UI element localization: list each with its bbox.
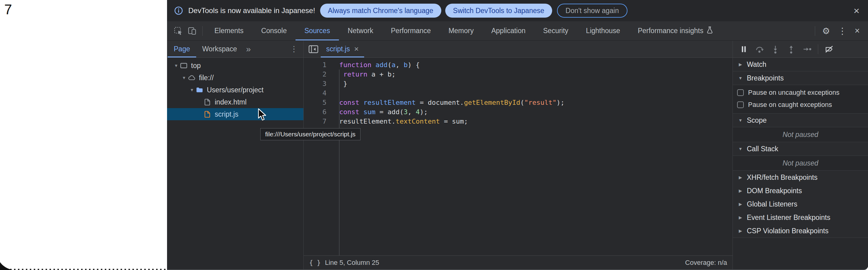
section-breakpoints[interactable]: ▼Breakpoints: [733, 71, 868, 85]
tab-application[interactable]: Application: [483, 21, 534, 40]
line-number[interactable]: 2: [304, 70, 339, 78]
tree-item-index-html[interactable]: index.html: [167, 96, 303, 108]
section-csp-violation-breakpoints[interactable]: ▶CSP Violation Breakpoints: [733, 224, 868, 238]
tree-item-label: index.html: [215, 98, 247, 106]
checkbox-row-pause-on-caught-exceptions[interactable]: Pause on caught exceptions: [733, 99, 868, 111]
step-over-icon[interactable]: [752, 42, 768, 56]
more-options-kebab-icon[interactable]: ⋮: [834, 26, 851, 36]
tree-caret-icon[interactable]: ▼: [188, 87, 195, 92]
tab-sources[interactable]: Sources: [296, 21, 339, 40]
code-editor[interactable]: 1function add(a, b) {2 return a + b;3 }4…: [304, 58, 733, 256]
navigator-tab-page[interactable]: Page: [168, 41, 196, 57]
tab-console[interactable]: Console: [252, 21, 296, 40]
tab-performance[interactable]: Performance: [382, 21, 440, 40]
pause-icon[interactable]: [736, 42, 752, 56]
device-toolbar-icon[interactable]: [185, 24, 199, 38]
tab-performance-insights[interactable]: Performance insights: [629, 21, 722, 40]
tab-label: Sources: [304, 27, 330, 35]
sections-end-filler: [733, 238, 868, 269]
line-number[interactable]: 6: [304, 108, 339, 116]
section-scope[interactable]: ▼Scope: [733, 113, 868, 127]
not-paused-text: Not paused: [733, 127, 868, 142]
main-toolbar: ElementsConsoleSourcesNetworkPerformance…: [167, 21, 868, 41]
tab-network[interactable]: Network: [339, 21, 382, 40]
dont-show-again-button[interactable]: Don't show again: [557, 4, 627, 18]
navigator-tab-workspace[interactable]: Workspace: [196, 41, 243, 57]
section-event-listener-breakpoints[interactable]: ▶Event Listener Breakpoints: [733, 211, 868, 224]
tab-memory[interactable]: Memory: [440, 21, 483, 40]
mouse-cursor: [257, 108, 269, 121]
tree-item-top[interactable]: ▼top: [167, 60, 303, 72]
section-xhr-fetch-breakpoints[interactable]: ▶XHR/fetch Breakpoints: [733, 170, 868, 184]
checkbox-row-pause-on-uncaught-exceptions[interactable]: Pause on uncaught exceptions: [733, 87, 868, 99]
code-text: const resultElement = document.getElemen…: [339, 99, 565, 106]
breakpoints-content: Pause on uncaught exceptionsPause on cau…: [733, 85, 868, 113]
toolbar-separator: [815, 26, 815, 36]
infobar-buttons: Always match Chrome's languageSwitch Dev…: [320, 4, 552, 18]
not-paused-text: Not paused: [733, 155, 868, 170]
tab-lighthouse[interactable]: Lighthouse: [577, 21, 629, 40]
line-number[interactable]: 5: [304, 99, 339, 106]
navigator-pane: PageWorkspace » ⋮ ▼top▼file://▼Users/use…: [167, 41, 304, 269]
tab-label: Performance insights: [638, 27, 703, 35]
code-line: 1function add(a, b) {: [304, 60, 733, 69]
section-caret-icon: ▶: [738, 202, 743, 207]
frame-icon: [180, 62, 188, 69]
sources-panel: PageWorkspace » ⋮ ▼top▼file://▼Users/use…: [167, 41, 868, 269]
section-call-stack[interactable]: ▼Call Stack: [733, 142, 868, 155]
infobar-close-icon[interactable]: ×: [851, 5, 861, 16]
more-tabs-chevron-icon[interactable]: »: [243, 44, 254, 54]
tab-label: Console: [261, 27, 287, 35]
navigator-toolbar: PageWorkspace » ⋮: [167, 41, 303, 58]
infobar-button-always-match-chrome-s-language[interactable]: Always match Chrome's language: [320, 4, 441, 18]
checkbox-pause-on-caught-exceptions[interactable]: [737, 101, 744, 108]
toolbar-right: ⚙ ⋮ ×: [812, 21, 868, 40]
screen: 7 DevTools is now available in Japanese!…: [0, 0, 868, 270]
toolbar-separator: [202, 26, 203, 36]
section-caret-icon: ▶: [738, 175, 743, 180]
tree-caret-icon[interactable]: ▼: [173, 63, 180, 68]
section-label: Breakpoints: [747, 74, 783, 82]
deactivate-breakpoints-icon[interactable]: [821, 42, 837, 56]
section-watch[interactable]: ▶Watch: [733, 58, 868, 71]
step-icon[interactable]: [799, 42, 815, 56]
navigator-kebab-icon[interactable]: ⋮: [285, 44, 303, 54]
tree-caret-icon[interactable]: ▼: [180, 75, 188, 80]
tree-item-file[interactable]: ▼file://: [167, 72, 303, 84]
line-number[interactable]: 1: [304, 61, 339, 69]
tree-item-users-user-project[interactable]: ▼Users/user/project: [167, 84, 303, 96]
section-label: Global Listeners: [747, 200, 797, 208]
infobar-button-switch-devtools-to-japanese[interactable]: Switch DevTools to Japanese: [445, 4, 552, 18]
step-out-icon[interactable]: [783, 42, 799, 56]
step-into-icon[interactable]: [768, 42, 783, 56]
code-text: const sum = add(3, 4);: [339, 108, 428, 116]
line-number[interactable]: 4: [304, 89, 339, 97]
editor-tab-close-icon[interactable]: ×: [354, 44, 359, 54]
devtools-close-icon[interactable]: ×: [851, 26, 864, 36]
hide-navigator-icon[interactable]: [306, 41, 321, 57]
editor-tab-script-js[interactable]: script.js ×: [321, 41, 364, 57]
section-global-listeners[interactable]: ▶Global Listeners: [733, 198, 868, 211]
code-text: function add(a, b) {: [339, 61, 420, 69]
settings-gear-icon[interactable]: ⚙: [818, 26, 834, 36]
tab-label: Network: [348, 27, 373, 35]
code-line: 7resultElement.textContent = sum;: [304, 117, 733, 126]
tab-security[interactable]: Security: [534, 21, 577, 40]
line-number[interactable]: 3: [304, 80, 339, 87]
tab-label: Security: [543, 27, 568, 35]
language-infobar: DevTools is now available in Japanese! A…: [167, 0, 868, 21]
code-text: }: [339, 80, 347, 87]
checkbox-label: Pause on caught exceptions: [748, 101, 832, 109]
inspect-element-icon[interactable]: [171, 24, 185, 38]
debugger-toolbar: [733, 41, 868, 58]
pretty-print-icon[interactable]: { }: [309, 259, 321, 266]
gutter-border: [339, 69, 340, 256]
cursor-artifact: [0, 262, 13, 270]
cursor-position-text: Line 5, Column 25: [325, 259, 379, 267]
tree-item-script-js[interactable]: script.js: [167, 108, 303, 120]
file-js-icon: [204, 110, 211, 118]
tab-elements[interactable]: Elements: [206, 21, 252, 40]
line-number[interactable]: 7: [304, 118, 339, 125]
section-dom-breakpoints[interactable]: ▶DOM Breakpoints: [733, 184, 868, 198]
checkbox-pause-on-uncaught-exceptions[interactable]: [737, 89, 744, 96]
